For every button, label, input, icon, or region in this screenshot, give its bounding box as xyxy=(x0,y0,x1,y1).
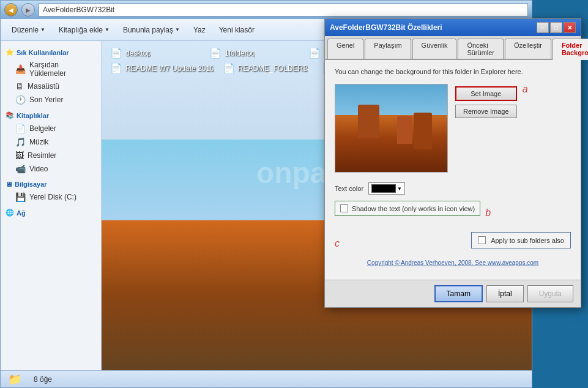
cancel-button[interactable]: İptal xyxy=(486,285,524,302)
tab-genel-label: Genel xyxy=(337,42,354,49)
copyright-text: Copyright © Andreas Verhoeven, 2008. See… xyxy=(367,259,538,266)
label-a: a xyxy=(523,84,528,95)
sidebar-item-pictures[interactable]: 🖼 Resimler xyxy=(1,149,101,162)
copyright-row[interactable]: Copyright © Andreas Verhoeven, 2008. See… xyxy=(335,259,571,266)
file-item-1folderbg[interactable]: 📄 1folderbg xyxy=(206,46,303,60)
tab-genel[interactable]: Genel xyxy=(327,39,363,59)
new-folder-button[interactable]: Yeni klasör xyxy=(213,23,261,37)
sidebar-item-recent[interactable]: 🕐 Son Yerler xyxy=(1,93,101,106)
computer-icon: 🖥 xyxy=(6,181,12,188)
shadow-label: Shadow the text (only works in icon view… xyxy=(352,205,475,212)
properties-dialog: AveFolderBGW732Bit Özellikleri − □ ✕ Gen… xyxy=(324,18,581,308)
subfolder-label: Apply to sub folders also xyxy=(491,237,564,244)
computer-section: 🖥 Bilgisayar 💾 Yerel Disk (C:) xyxy=(1,178,101,204)
sidebar-item-desktop[interactable]: 🖥 Masaüstü xyxy=(1,80,101,93)
status-folder-icon: 📁 xyxy=(8,373,21,386)
dialog-footer: Tamam İptal Uygula xyxy=(325,280,581,307)
downloads-label: Karşıdan Yüklemeler xyxy=(29,61,96,78)
video-label: Video xyxy=(29,165,48,173)
burn-button[interactable]: Yaz xyxy=(187,23,212,37)
music-icon: 🎵 xyxy=(15,137,26,147)
color-dropdown-arrow-icon: ▼ xyxy=(397,186,402,192)
path-text: AveFolderBGW732Bit xyxy=(43,6,114,14)
organize-button[interactable]: Düzenle ▼ xyxy=(6,23,51,37)
file-item-readme-w7[interactable]: 📄 README W7 Update 2010 xyxy=(106,61,218,75)
computer-label: Bilgisayar xyxy=(15,181,47,188)
remove-image-button[interactable]: Remove Image xyxy=(455,105,517,118)
file-icon-desktop: 📄 xyxy=(110,47,122,59)
network-header[interactable]: 🌐 Ağ xyxy=(1,206,101,219)
library-icon: 📚 xyxy=(6,111,14,119)
favorites-header[interactable]: ⭐ Sık Kullanılanlar xyxy=(1,46,101,59)
share-label: Bununla paylaş xyxy=(123,26,173,34)
tab-paylasim-label: Paylaşım xyxy=(374,42,401,49)
file-item-desktop[interactable]: 📄 desktop xyxy=(106,46,204,60)
network-label: Ağ xyxy=(17,209,26,217)
shadow-checkbox[interactable] xyxy=(340,204,348,212)
tab-guvenlik[interactable]: Güvenlik xyxy=(412,39,457,59)
shadow-row: Shadow the text (only works in icon view… xyxy=(335,201,480,216)
sidebar-item-documents[interactable]: 📄 Belgeler xyxy=(1,122,101,135)
explorer-titlebar: ◀ ▶ AveFolderBGW732Bit xyxy=(1,1,532,19)
sidebar-item-video[interactable]: 📹 Video xyxy=(1,162,101,176)
apply-button[interactable]: Uygula xyxy=(527,285,573,302)
text-color-row: Text color ▼ xyxy=(335,182,571,195)
share-button[interactable]: Bununla paylaş ▼ xyxy=(117,23,186,37)
preview-ground xyxy=(335,115,447,172)
file-name-readme-folder: README_FOLDERB xyxy=(238,64,308,73)
tab-folder-background[interactable]: Folder Background xyxy=(553,39,588,60)
folder-preview xyxy=(335,84,448,173)
pictures-icon: 🖼 xyxy=(15,151,24,160)
text-color-label: Text color xyxy=(335,185,363,192)
back-button[interactable]: ◀ xyxy=(4,3,18,17)
network-icon: 🌐 xyxy=(6,209,14,217)
libraries-section: 📚 Kitaplıklar 📄 Belgeler 🎵 Müzik 🖼 Resim… xyxy=(1,109,101,176)
star-icon: ⭐ xyxy=(6,48,14,56)
tab-ozellestir[interactable]: Özelleştir xyxy=(505,39,551,59)
documents-label: Belgeler xyxy=(29,124,56,133)
subfolder-row: Apply to sub folders also xyxy=(471,232,571,248)
recent-label: Son Yerler xyxy=(29,95,63,104)
path-bar[interactable]: AveFolderBGW732Bit xyxy=(39,3,528,17)
color-dropdown[interactable]: ▼ xyxy=(368,182,405,195)
disk-icon: 💾 xyxy=(15,192,26,202)
file-icon-1folderbg: 📄 xyxy=(209,47,221,59)
favorites-section: ⭐ Sık Kullanılanlar 📥 Karşıdan Yüklemele… xyxy=(1,46,101,106)
dialog-minimize-button[interactable]: − xyxy=(537,22,549,33)
add-to-library-button[interactable]: Kitaplığa ekle ▼ xyxy=(53,23,116,37)
dialog-maximize-button[interactable]: □ xyxy=(550,22,562,33)
label-b: b xyxy=(485,207,491,218)
tab-onceki[interactable]: Önceki Sürümler xyxy=(458,39,504,59)
tab-guvenlik-label: Güvenlik xyxy=(422,42,448,49)
status-bar: 📁 8 öğe xyxy=(1,370,532,387)
ok-button[interactable]: Tamam xyxy=(434,285,483,302)
libraries-label: Kitaplıklar xyxy=(17,112,49,119)
dialog-close-button[interactable]: ✕ xyxy=(564,22,576,33)
file-name-desktop: desktop xyxy=(125,49,151,58)
tab-ozellestir-label: Özelleştir xyxy=(514,42,542,49)
dialog-content: You can change the background for this f… xyxy=(325,60,581,280)
image-section: Set Image Remove Image a xyxy=(335,84,571,173)
sidebar-item-music[interactable]: 🎵 Müzik xyxy=(1,135,101,149)
organize-arrow-icon: ▼ xyxy=(40,27,45,32)
set-image-button[interactable]: Set Image xyxy=(455,86,517,101)
tab-paylasim[interactable]: Paylaşım xyxy=(365,39,411,59)
organize-label: Düzenle xyxy=(12,26,39,34)
sidebar-item-local-disk[interactable]: 💾 Yerel Disk (C:) xyxy=(1,190,101,204)
file-item-readme-folder[interactable]: 📄 README_FOLDERB xyxy=(219,61,317,75)
sidebar-item-downloads[interactable]: 📥 Karşıdan Yüklemeler xyxy=(1,59,101,80)
computer-header[interactable]: 🖥 Bilgisayar xyxy=(1,178,101,190)
subfolder-checkbox[interactable] xyxy=(478,236,486,244)
libraries-header[interactable]: 📚 Kitaplıklar xyxy=(1,109,101,122)
documents-icon: 📄 xyxy=(15,124,26,133)
downloads-icon: 📥 xyxy=(15,64,26,74)
file-icon-readme-w7: 📄 xyxy=(110,62,122,74)
file-icon-1folderbg-remove: 📄 xyxy=(308,47,321,59)
music-label: Müzik xyxy=(29,138,48,146)
file-name-readme-w7: README W7 Update 2010 xyxy=(125,64,214,73)
network-section: 🌐 Ağ xyxy=(1,206,101,219)
dialog-titlebar: AveFolderBGW732Bit Özellikleri − □ ✕ xyxy=(325,19,581,36)
add-to-library-label: Kitaplığa ekle xyxy=(59,26,103,34)
forward-button[interactable]: ▶ xyxy=(21,3,35,17)
subfolder-section: c Apply to sub folders also xyxy=(335,232,571,255)
